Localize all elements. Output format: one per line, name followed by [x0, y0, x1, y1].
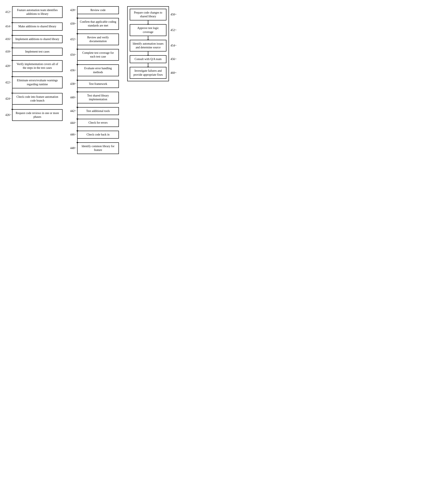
box-442: Test additional tools — [77, 107, 119, 115]
box-456: Consult with Q/A team — [130, 55, 166, 63]
label-452: 452~ — [170, 29, 176, 32]
arrow-454-456 — [148, 52, 148, 55]
arrow-414-416 — [12, 31, 13, 35]
flow-item-430: 430~ Confirm that applicable coding stan… — [69, 18, 119, 30]
arrow-446-448 — [77, 139, 77, 142]
label-422: 422~ — [4, 81, 12, 84]
arrow-436-438 — [77, 76, 77, 80]
label-428: 428~ — [69, 9, 77, 12]
box-426: Request code reviews in one or more phas… — [12, 109, 63, 121]
box-418: Implement test cases — [12, 48, 63, 56]
label-444: 444~ — [69, 121, 77, 125]
arrow-428-430 — [77, 14, 77, 18]
label-448: 448~ — [69, 146, 77, 150]
arrow-440-442 — [77, 103, 77, 107]
label-434: 434~ — [69, 53, 77, 56]
flow-item-436: 436~ Evaluate error handling methods — [69, 64, 119, 76]
flow-item-414: 414~ Make additions to shared library — [4, 22, 63, 30]
flow-item-448: 448~ Identify common library for feature — [69, 142, 119, 154]
flowchart-diagram: 412~ Feature automation team identifies … — [4, 6, 217, 154]
box-434: Complete test coverage for each test cas… — [77, 49, 119, 61]
flow-item-456: Consult with Q/A team 456~ — [130, 55, 166, 63]
flow-item-424: 424~ Check code into feature automation … — [4, 93, 63, 105]
box-430: Confirm that applicable coding standards… — [77, 18, 119, 30]
flow-item-412: 412~ Feature automation team identifies … — [4, 6, 63, 18]
box-444: Check for errors — [77, 119, 119, 127]
label-418: 418~ — [4, 50, 12, 53]
flow-item-440: 440~ Test shared library implementation — [69, 92, 119, 103]
box-446: Check code back in — [77, 131, 119, 139]
label-424: 424~ — [4, 97, 12, 100]
label-454: 454~ — [170, 44, 176, 47]
box-428: Review code — [77, 6, 119, 14]
arrow-424-426 — [12, 105, 13, 109]
box-432: Review and verify documentation — [77, 34, 119, 45]
label-420: 420~ — [4, 64, 12, 68]
arrow-434-436 — [77, 61, 77, 64]
label-430: 430~ — [69, 22, 77, 25]
arrow-438-440 — [77, 88, 77, 92]
arrow-432-434 — [77, 45, 77, 49]
arrow-456-460 — [148, 63, 148, 67]
label-432: 432~ — [69, 38, 77, 41]
arrow-442-444 — [77, 115, 77, 119]
label-440: 440~ — [69, 96, 77, 99]
flow-item-434: 434~ Complete test coverage for each tes… — [69, 49, 119, 61]
flow-item-460: Investigate failures and provide appropr… — [130, 67, 166, 79]
box-448: Identify common library for feature — [77, 142, 119, 154]
left-column: 412~ Feature automation team identifies … — [4, 6, 63, 121]
arrow-450-452 — [148, 20, 148, 24]
label-460: 460~ — [170, 71, 176, 75]
arrow-412-414 — [12, 18, 13, 22]
label-456: 456~ — [170, 57, 176, 61]
flow-item-428: 428~ Review code — [69, 6, 119, 14]
label-414: 414~ — [4, 25, 12, 28]
box-412: Feature automation team identifies addit… — [12, 6, 63, 18]
flow-item-416: 416~ Implement additions to shared libra… — [4, 35, 63, 43]
box-424: Check code into feature automation code … — [12, 93, 63, 105]
flow-item-420: 420~ Verify implementation covers all of… — [4, 60, 63, 72]
label-442: 442~ — [69, 109, 77, 113]
arrow-430-432 — [77, 30, 77, 34]
flow-item-422: 422~ Eliminate errors/evaluate warnings … — [4, 76, 63, 88]
flow-item-426: 426~ Request code reviews in one or more… — [4, 109, 63, 121]
flow-item-452: Approve test logic coverage 452~ — [130, 24, 166, 36]
label-450: 450~ — [170, 13, 176, 16]
box-436: Evaluate error handling methods — [77, 64, 119, 76]
arrow-418-420 — [12, 56, 13, 60]
arrow-416-418 — [12, 43, 13, 48]
mid-column: 428~ Review code 430~ Confirm that appli… — [69, 6, 119, 154]
label-446: 446~ — [69, 133, 77, 136]
flow-item-432: 432~ Review and verify documentation — [69, 34, 119, 45]
box-420: Verify implementation covers all of the … — [12, 60, 63, 72]
box-416: Implement additions to shared library — [12, 35, 63, 43]
arrow-422-424 — [12, 88, 13, 93]
box-452: Approve test logic coverage — [130, 24, 166, 36]
label-416: 416~ — [4, 37, 12, 41]
label-412: 412~ — [4, 10, 12, 14]
box-454: Identify automation issues and determine… — [130, 40, 166, 52]
label-438: 438~ — [69, 82, 77, 86]
flow-item-418: 418~ Implement test cases — [4, 48, 63, 56]
right-column-wrapper: Prepare code changes to shared library 4… — [127, 6, 169, 81]
label-426: 426~ — [4, 113, 12, 117]
flow-item-454: Identify automation issues and determine… — [130, 40, 166, 52]
box-422: Eliminate errors/evaluate warnings regar… — [12, 76, 63, 88]
arrow-420-422 — [12, 72, 13, 76]
box-438: Test framework — [77, 80, 119, 88]
label-436: 436~ — [69, 69, 77, 72]
box-460: Investigate failures and provide appropr… — [130, 67, 166, 79]
box-450: Prepare code changes to shared library — [130, 9, 166, 20]
arrow-444-446 — [77, 127, 77, 131]
arrow-452-454 — [148, 36, 148, 40]
box-414: Make additions to shared library — [12, 22, 63, 30]
right-column: Prepare code changes to shared library 4… — [127, 6, 169, 81]
box-440: Test shared library implementation — [77, 92, 119, 103]
flow-item-450: Prepare code changes to shared library 4… — [130, 9, 166, 20]
